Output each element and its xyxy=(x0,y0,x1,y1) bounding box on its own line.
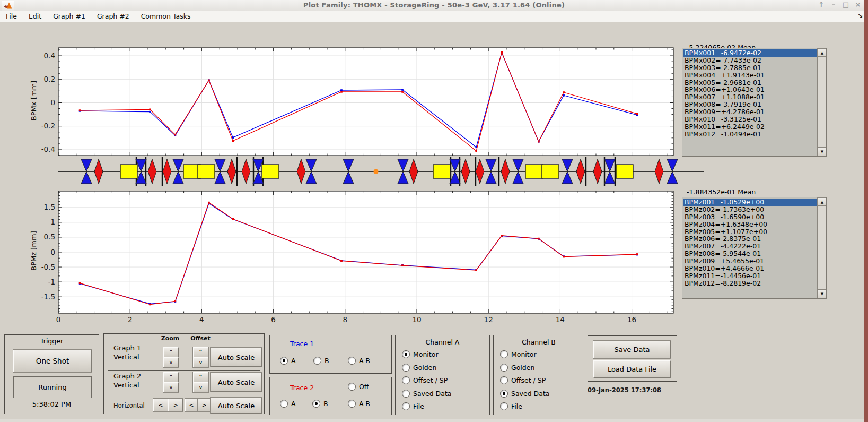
radio-trace2-a[interactable]: A xyxy=(280,400,296,408)
graph2-zoom-down-button[interactable]: v xyxy=(163,382,179,392)
restore-up-icon[interactable]: ↑ xyxy=(818,1,825,8)
horizontal-zoom-left-button[interactable]: < xyxy=(153,399,168,411)
graph2-auto-scale-button[interactable]: Auto Scale xyxy=(211,373,262,392)
list-item[interactable]: BPMx008=-3.7919e-01 xyxy=(683,101,817,108)
horizontal-offset-left-button[interactable]: < xyxy=(185,399,198,411)
radio-channel-a-golden[interactable]: Golden xyxy=(402,364,436,372)
menu-item-graph-2[interactable]: Graph #2 xyxy=(91,11,135,22)
bpmx-listbox[interactable]: BPMx001=-6.9472e-02BPMx002=-7.7433e-02BP… xyxy=(682,48,827,157)
graph1-offset-down-button[interactable]: v xyxy=(193,357,208,367)
bpmz-scrollbar[interactable]: ▲ ▼ xyxy=(817,197,826,298)
list-item[interactable]: BPMx004=+1.9143e-01 xyxy=(683,72,817,79)
minimize-icon[interactable]: – xyxy=(830,1,837,8)
list-item[interactable]: BPMx007=+1.1088e-01 xyxy=(683,93,817,101)
sextupole-icon xyxy=(409,159,418,184)
scroll-down-icon[interactable]: ▼ xyxy=(818,289,827,298)
menu-item-graph-1[interactable]: Graph #1 xyxy=(47,11,91,22)
graph2-offset-down-button[interactable]: v xyxy=(193,382,208,392)
list-item[interactable]: BPMx003=-2.7885e-01 xyxy=(683,64,817,72)
graph1-zoom-down-button[interactable]: v xyxy=(163,357,179,367)
background-window-edge xyxy=(864,0,868,422)
radio-channel-b-offset-sp[interactable]: Offset / SP xyxy=(500,376,546,384)
list-item[interactable]: BPMx005=-2.9681e-01 xyxy=(683,79,817,87)
list-item[interactable]: BPMz008=-5.9544e-01 xyxy=(683,250,817,257)
dock-arrow-icon[interactable]: ↘ xyxy=(857,12,863,20)
list-item[interactable]: BPMx010=-3.3125e-01 xyxy=(683,116,817,123)
radio-label: Off xyxy=(359,383,369,391)
radio-icon xyxy=(500,350,508,358)
bpmx-scrollbar[interactable]: ▲ ▼ xyxy=(817,48,826,156)
maximize-icon[interactable]: □ xyxy=(842,1,849,8)
radio-channel-a-file[interactable]: File xyxy=(402,402,424,410)
radio-channel-b-golden[interactable]: Golden xyxy=(500,364,534,372)
channel-a-title: Channel A xyxy=(396,338,489,346)
list-item[interactable]: BPMx006=+1.0643e-01 xyxy=(683,86,817,93)
menu-item-common-tasks[interactable]: Common Tasks xyxy=(135,11,197,22)
list-item[interactable]: BPMx011=+6.2449e-02 xyxy=(683,123,817,131)
radio-channel-a-monitor[interactable]: Monitor xyxy=(402,350,439,358)
window-title: Plot Family: THOMX - StorageRing - 50e-3… xyxy=(0,1,868,9)
radio-channel-b-saved-data[interactable]: Saved Data xyxy=(500,390,549,398)
graph1-offset-up-button[interactable]: ^ xyxy=(193,347,208,357)
title-bar: Plot Family: THOMX - StorageRing - 50e-3… xyxy=(0,0,868,11)
list-item[interactable]: BPMz004=+1.6348e+00 xyxy=(683,221,817,228)
running-indicator[interactable]: Running xyxy=(13,376,92,398)
menu-item-edit[interactable]: Edit xyxy=(23,11,47,22)
radio-trace1-b[interactable]: B xyxy=(313,357,329,365)
list-item[interactable]: BPMz005=+1.1077e+00 xyxy=(683,228,817,236)
radio-icon xyxy=(280,357,288,365)
scroll-thumb[interactable] xyxy=(818,205,827,290)
svg-text:0: 0 xyxy=(56,315,61,324)
list-item[interactable]: BPMz007=-4.4222e-01 xyxy=(683,243,817,250)
list-item[interactable]: BPMz009=+5.4655e-01 xyxy=(683,257,817,265)
radio-trace1-a[interactable]: A xyxy=(280,357,296,365)
list-item[interactable]: BPMz006=-2.8375e-01 xyxy=(683,235,817,243)
svg-text:2: 2 xyxy=(128,315,133,324)
bpmz-plot: 0246810121416-1.5-1-0.500.511.5 xyxy=(37,190,677,326)
scroll-thumb[interactable] xyxy=(818,56,827,148)
list-item[interactable]: BPMx002=-7.7433e-02 xyxy=(683,57,817,64)
list-item[interactable]: BPMz012=-8.2819e-02 xyxy=(683,280,817,287)
radio-label: A-B xyxy=(359,357,370,365)
graph2-zoom-up-button[interactable]: ^ xyxy=(163,372,179,382)
plot-family-window: Plot Family: THOMX - StorageRing - 50e-3… xyxy=(0,0,868,422)
radio-channel-a-saved-data[interactable]: Saved Data xyxy=(402,390,451,398)
dipole-icon xyxy=(198,165,215,178)
save-data-button[interactable]: Save Data xyxy=(593,341,671,358)
radio-label: Monitor xyxy=(413,350,439,358)
list-item[interactable]: BPMx001=-6.9472e-02 xyxy=(683,49,817,57)
bpmz-listbox[interactable]: BPMz001=-1.0529e+00BPMz002=-1.7363e+00BP… xyxy=(682,197,827,299)
sextupole-icon xyxy=(501,159,510,184)
radio-label: A-B xyxy=(359,400,370,408)
radio-channel-b-file[interactable]: File xyxy=(500,402,522,410)
menu-item-file[interactable]: File xyxy=(0,11,23,22)
scroll-down-icon[interactable]: ▼ xyxy=(818,147,827,156)
menu-bar: ↘ FileEditGraph #1Graph #2Common Tasks xyxy=(0,11,868,22)
radio-channel-b-monitor[interactable]: Monitor xyxy=(500,350,537,358)
svg-text:14: 14 xyxy=(556,315,565,324)
graph2-offset-up-button[interactable]: ^ xyxy=(193,372,208,382)
radio-trace2-b[interactable]: B xyxy=(312,400,328,408)
radio-icon xyxy=(500,402,508,410)
load-data-file-button[interactable]: Load Data File xyxy=(593,360,671,378)
horizontal-zoom-right-button[interactable]: > xyxy=(168,399,183,411)
radio-trace2-a-b[interactable]: A-B xyxy=(348,400,370,408)
one-shot-button[interactable]: One Shot xyxy=(13,350,92,372)
graph1-auto-scale-button[interactable]: Auto Scale xyxy=(211,348,262,367)
list-item[interactable]: BPMz010=+4.4666e-01 xyxy=(683,265,817,272)
zoom-header: Zoom xyxy=(156,335,185,342)
graph1-vertical-label: Graph 1 Vertical xyxy=(113,343,141,361)
radio-channel-a-offset-sp[interactable]: Offset / SP xyxy=(402,376,448,384)
graph1-zoom-up-button[interactable]: ^ xyxy=(163,347,179,357)
list-item[interactable]: BPMz001=-1.0529e+00 xyxy=(683,199,817,206)
radio-trace1-a-b[interactable]: A-B xyxy=(348,357,370,365)
list-item[interactable]: BPMx009=+4.2786e-01 xyxy=(683,108,817,116)
list-item[interactable]: BPMz003=-1.6590e+00 xyxy=(683,213,817,221)
close-icon[interactable]: × xyxy=(854,1,862,8)
list-item[interactable]: BPMx012=-1.0494e-01 xyxy=(683,131,817,138)
list-item[interactable]: BPMz011=-1.4456e-01 xyxy=(683,272,817,280)
radio-trace2-off[interactable]: Off xyxy=(348,383,369,391)
horizontal-offset-right-button[interactable]: > xyxy=(198,399,211,411)
horizontal-auto-scale-button[interactable]: Auto Scale xyxy=(211,398,262,414)
list-item[interactable]: BPMz002=-1.7363e+00 xyxy=(683,206,817,213)
